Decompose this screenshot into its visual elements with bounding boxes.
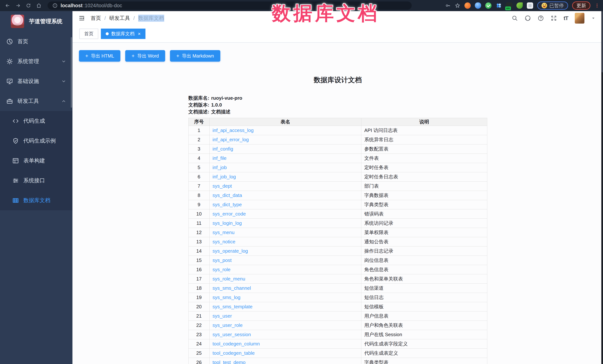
meta-line: 文档版本:1.0.0	[188, 101, 487, 108]
row-index-cell: 3	[188, 144, 209, 154]
tab-数据库文档[interactable]: 数据库文档×	[101, 29, 145, 39]
row-index-cell: 26	[188, 358, 209, 364]
table-name-link[interactable]: inf_job_log	[212, 174, 236, 179]
sidebar-item-系统管理[interactable]: 系统管理	[0, 51, 72, 71]
profile-paused-badge[interactable]: 已暂停	[537, 1, 568, 10]
table-name-link[interactable]: sys_role_menu	[212, 276, 245, 282]
table-name-cell: sys_dict_type	[209, 200, 361, 209]
export-button-2[interactable]: +导出 Word	[125, 50, 165, 62]
table-desc-cell: 定时任务表	[361, 163, 487, 172]
table-desc-cell: 菜单权限表	[361, 228, 487, 237]
table-name-link[interactable]: sys_notice	[212, 239, 235, 244]
breadcrumb-item-研发工具[interactable]: 研发工具	[109, 15, 130, 22]
table-name-link[interactable]: inf_file	[212, 155, 226, 161]
app-logo	[11, 15, 24, 28]
paused-label: 已暂停	[549, 2, 564, 9]
user-avatar[interactable]	[575, 13, 584, 23]
sidebar-subitem-数据库文档[interactable]: 数据库文档	[0, 190, 72, 210]
extension-icon-blue[interactable]	[475, 2, 481, 9]
table-name-link[interactable]: sys_sms_template	[212, 304, 253, 309]
table-name-cell: tool_codegen_column	[209, 339, 361, 349]
table-name-link[interactable]: tool_codegen_column	[212, 341, 260, 347]
table-name-link[interactable]: sys_role	[212, 267, 231, 272]
table-name-link[interactable]: sys_user_session	[212, 332, 251, 337]
sidebar-subitem-系统接口[interactable]: 系统接口	[0, 171, 72, 190]
back-icon[interactable]	[3, 1, 12, 10]
table-name-link[interactable]: sys_dict_type	[212, 202, 242, 207]
extension-icon-orange[interactable]	[464, 2, 471, 9]
help-icon[interactable]	[538, 15, 544, 21]
chevron-down-icon[interactable]	[591, 16, 596, 21]
font-size-icon[interactable]: tT	[564, 15, 568, 21]
github-icon[interactable]	[525, 15, 531, 21]
table-name-cell: sys_user_role	[209, 321, 361, 330]
sidebar-subitem-代码生成示例[interactable]: 代码生成示例	[0, 131, 72, 151]
sidebar-scrollbar[interactable]	[71, 37, 72, 108]
row-index-cell: 15	[188, 256, 209, 265]
table-desc-cell: 用户和角色关联表	[361, 321, 487, 330]
export-button-3[interactable]: +导出 Markdown	[170, 50, 220, 62]
table-name-link[interactable]: inf_api_access_log	[212, 128, 254, 133]
table-name-link[interactable]: inf_config	[212, 146, 233, 152]
sidebar-item-首页[interactable]: 首页	[0, 32, 72, 51]
forward-icon[interactable]	[14, 1, 22, 10]
update-label: 更新	[576, 2, 586, 9]
bookmark-star-icon[interactable]	[455, 3, 460, 8]
export-button-1[interactable]: +导出 HTML	[79, 50, 120, 62]
table-name-link[interactable]: sys_operate_log	[212, 248, 248, 254]
tab-label: 首页	[84, 31, 93, 37]
table-name-link[interactable]: sys_dept	[212, 183, 232, 189]
table-name-link[interactable]: sys_dict_data	[212, 192, 242, 198]
table-name-link[interactable]: inf_job	[212, 165, 227, 170]
table-name-cell: inf_file	[209, 154, 361, 163]
site-info-icon[interactable]	[52, 3, 58, 8]
extension-icon-dark[interactable]: on	[506, 2, 512, 9]
search-icon[interactable]	[512, 15, 518, 21]
table-name-cell: inf_api_error_log	[209, 135, 361, 144]
app-logo-row[interactable]: 芋道管理系统	[0, 11, 72, 32]
table-row: 2inf_api_error_log系统异常日志	[188, 135, 487, 144]
row-index-cell: 11	[188, 219, 209, 228]
fullscreen-icon[interactable]	[551, 15, 557, 21]
collapse-sidebar-icon[interactable]	[78, 14, 85, 22]
table-name-link[interactable]: sys_user_role	[212, 322, 243, 328]
reload-icon[interactable]	[24, 1, 33, 10]
page-scrollbar[interactable]	[601, 11, 603, 364]
table-name-link[interactable]: sys_sms_channel	[212, 285, 251, 291]
browser-menu-icon[interactable]	[594, 3, 600, 8]
sidebar-subitem-表单构建[interactable]: 表单构建	[0, 151, 72, 171]
breadcrumb-item-数据库文档[interactable]: 数据库文档	[138, 15, 164, 22]
sidebar-item-基础设施[interactable]: 基础设施	[0, 71, 72, 91]
sliders-icon	[12, 177, 19, 184]
table-row: 22sys_user_role用户和角色关联表	[188, 321, 487, 330]
breadcrumb-item-首页[interactable]: 首页	[91, 15, 101, 22]
document-title: 数据库设计文档	[188, 75, 487, 85]
chevron-down-icon	[61, 59, 66, 64]
export-button-label: 导出 Word	[137, 53, 159, 59]
home-icon[interactable]	[35, 1, 43, 10]
table-name-link[interactable]: sys_login_log	[212, 220, 242, 226]
table-row: 19sys_sms_log短信日志	[188, 293, 487, 302]
table-name-link[interactable]: sys_error_code	[212, 211, 246, 217]
url-bar[interactable]: localhost :1024/tool/db-doc	[47, 1, 412, 10]
table-name-link[interactable]: sys_sms_log	[212, 295, 240, 300]
table-row: 14sys_operate_log操作日志记录	[188, 246, 487, 256]
table-name-link[interactable]: sys_post	[212, 257, 232, 263]
row-index-cell: 4	[188, 154, 209, 163]
close-tab-icon[interactable]: ×	[138, 31, 141, 36]
extension-icon-green-check[interactable]	[485, 2, 492, 9]
table-name-link[interactable]: sys_menu	[212, 230, 235, 235]
table-name-link[interactable]: tool_test_demo	[212, 360, 246, 364]
key-icon[interactable]	[445, 3, 451, 8]
table-name-link[interactable]: sys_user	[212, 313, 232, 319]
table-name-cell: inf_job_log	[209, 172, 361, 182]
sidebar-item-研发工具[interactable]: 研发工具	[0, 91, 72, 111]
extension-icon-leaf[interactable]	[516, 2, 523, 9]
extension-icon-grid[interactable]	[496, 2, 502, 9]
tab-首页[interactable]: 首页	[79, 29, 98, 39]
extension-icon-puzzle[interactable]	[527, 2, 533, 9]
table-name-link[interactable]: inf_api_error_log	[212, 137, 249, 142]
browser-update-button[interactable]: 更新	[572, 1, 590, 10]
table-name-link[interactable]: tool_codegen_table	[212, 350, 255, 356]
sidebar-subitem-代码生成[interactable]: 代码生成	[0, 111, 72, 131]
